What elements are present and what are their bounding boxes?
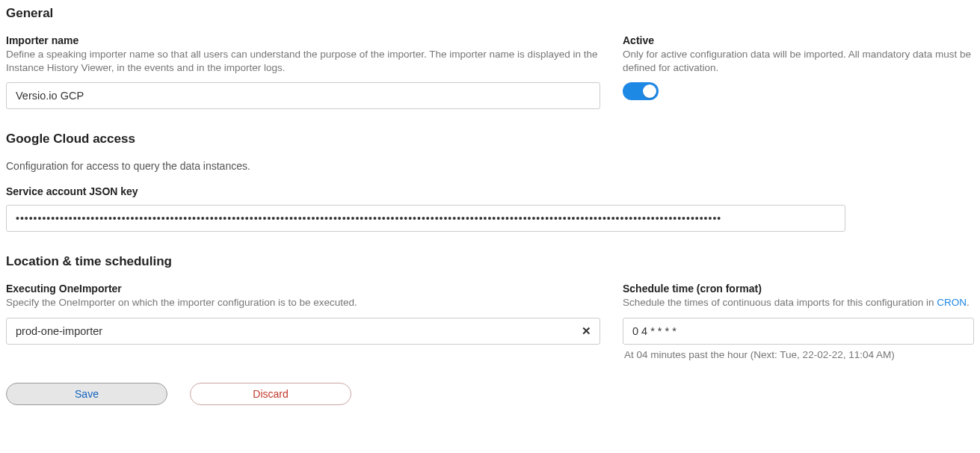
json-key-label: Service account JSON key [6,185,845,197]
gcp-section: Google Cloud access Configuration for ac… [6,132,974,232]
scheduling-heading: Location & time scheduling [6,254,974,269]
cron-help: Schedule the times of continuous data im… [623,296,974,309]
gcp-subtext: Configuration for access to query the da… [6,160,974,172]
cron-input[interactable] [623,318,974,345]
cron-help-prefix: Schedule the times of continuous data im… [623,297,937,308]
active-field: Active Only for active configuration dat… [623,34,974,109]
cron-link[interactable]: CRON [937,297,967,308]
importer-name-field: Importer name Define a speaking importer… [6,34,600,109]
executor-input[interactable] [6,318,600,345]
cron-next-text: At 04 minutes past the hour (Next: Tue, … [623,349,974,360]
importer-name-input[interactable] [6,82,600,109]
cron-help-suffix: . [967,297,970,308]
executor-field: Executing OneImporter Specify the OneImp… [6,283,600,360]
general-heading: General [6,6,974,21]
active-label: Active [623,34,974,46]
json-key-input[interactable] [6,205,845,232]
save-button[interactable]: Save [6,383,167,405]
active-help: Only for active configuration data will … [623,48,974,75]
active-toggle[interactable] [623,82,659,100]
executor-label: Executing OneImporter [6,283,600,295]
scheduling-section: Location & time scheduling Executing One… [6,254,974,360]
clear-icon[interactable]: ✕ [582,324,591,338]
button-row: Save Discard [6,383,974,405]
executor-help: Specify the OneImporter on which the imp… [6,296,600,309]
cron-label: Schedule time (cron format) [623,283,974,295]
general-section: General Importer name Define a speaking … [6,6,974,109]
cron-field: Schedule time (cron format) Schedule the… [623,283,974,360]
discard-button[interactable]: Discard [190,383,351,405]
importer-name-help: Define a speaking importer name so that … [6,48,600,75]
gcp-heading: Google Cloud access [6,132,974,147]
importer-name-label: Importer name [6,34,600,46]
json-key-field: Service account JSON key [6,185,845,232]
